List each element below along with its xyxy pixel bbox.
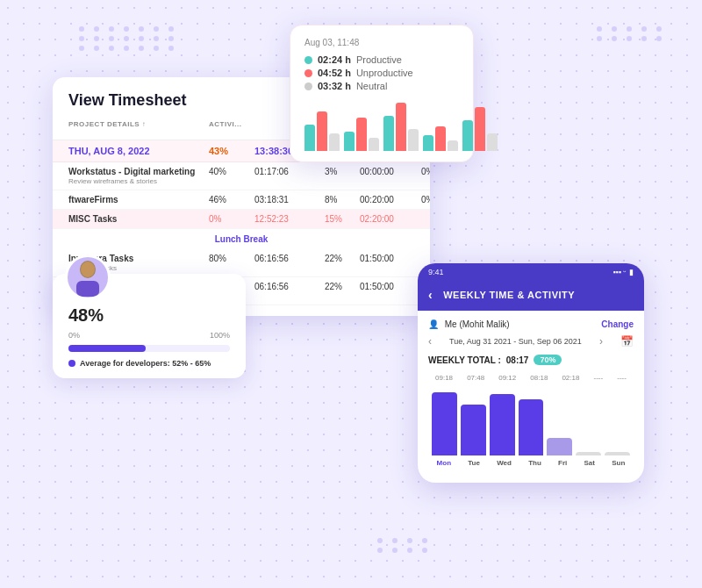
mobile-prev-icon[interactable]: ‹ [428,335,432,348]
neutral-dot [304,82,312,90]
bar-teal-1 [304,125,315,151]
bar-red-3 [396,103,406,151]
section-lunch: Lunch Break [53,229,430,249]
task-sub-1: Review wireframes & stories [68,177,209,185]
unproductive-dot [304,69,312,77]
task-time-misc: 12:52:23 [254,214,325,224]
avg-dot-icon [68,360,75,367]
bar-sun [605,452,630,455]
bar-red-1 [317,111,327,151]
mobile-weekly-card: 9:41 ▪▪▪ ᵕ ▮ ‹ WEEKLY TIME & ACTIVITY 👤 … [418,263,644,483]
mobile-icons: ▪▪▪ ᵕ ▮ [612,268,634,276]
bar-teal-2 [344,132,355,151]
task-pct-2: 46% [209,195,254,204]
bar-val-sat: ---- [594,374,604,382]
bar-val-mon: 09:18 [435,374,453,382]
productive-value: 02:24 h [318,54,351,65]
weekly-badge: 70% [534,355,562,365]
task-p2-px: 22% [325,282,360,300]
svg-rect-1 [76,281,99,297]
task-time-px: 06:16:56 [254,282,325,300]
weekly-total-label: WEEKLY TOTAL : [428,355,501,365]
task-p3-2: 0% [421,195,430,204]
task-label-misc: MISC Tasks [68,214,209,224]
mobile-time: 9:41 [428,268,444,276]
bar-group-2 [344,118,379,151]
task-pct-misc: 0% [209,214,254,224]
bar-sat [576,452,601,455]
task-label-2: ftwareFirms [68,195,209,204]
col-project: PROJECT DETAILS ↑ [68,120,209,136]
bar-fri [547,438,572,455]
mobile-next-icon[interactable]: › [599,335,603,348]
weekly-total-value: 08:17 [506,355,529,365]
task-p3-misc [421,214,430,224]
mobile-user-info: 👤 Me (Mohit Malik) [428,319,510,329]
mobile-weekly-total-row: WEEKLY TOTAL : 08:17 70% [428,355,634,365]
productivity-chart-card: Aug 03, 11:48 02:24 h Productive 04:52 h… [290,25,474,162]
table-row: ftwareFirms 46% 03:18:31 8% 00:20:00 0% … [53,190,430,210]
bar-group-5 [462,107,498,151]
day-sat: Sat [584,459,595,467]
col-active: ACTIVI... [209,120,254,136]
task-time-2: 03:18:31 [254,195,325,204]
mobile-user-row: 👤 Me (Mohit Malik) Change [428,319,634,329]
task-t2-2: 00:20:00 [360,195,421,204]
avatar-percentage: 48% [68,305,230,326]
task-p2-misc: 15% [325,214,360,224]
mobile-change-button[interactable]: Change [601,319,634,329]
bar-val-wed: 09:12 [498,374,516,382]
progress-bar-fill [68,345,146,352]
unproductive-label: Unproductive [356,68,413,78]
productive-legend: 02:24 h Productive [304,54,459,65]
day-sun: Sun [612,459,625,467]
productive-label: Productive [356,54,402,65]
task-p2-1: 3% [325,167,360,185]
table-row-misc: MISC Tasks 0% 12:52:23 15% 02:20:00 [53,210,430,229]
mobile-body: 👤 Me (Mohit Malik) Change ‹ Tue, Aug 31 … [418,311,644,483]
table-row: Workstatus - Digital marketing Review wi… [53,162,430,190]
avatar-image [71,258,104,297]
neutral-value: 03:32 h [318,81,351,91]
bar-mon [432,392,457,455]
day-active-pct: 43% [209,146,254,156]
unproductive-legend: 04:52 h Unproductive [304,68,459,78]
mobile-date-row: ‹ Tue, Aug 31 2021 - Sun, Sep 06 2021 › … [428,335,634,348]
avg-note: Average for developers: 52% - 65% [68,359,230,368]
productive-dot [304,56,312,64]
day-fri: Fri [558,459,567,467]
bar-tue [461,405,486,455]
bar-group-1 [304,111,340,151]
svg-point-2 [81,262,95,277]
bar-val-fri: 02:18 [562,374,579,382]
mobile-bar-chart: 09:18 07:48 09:12 08:18 02:18 ---- ---- … [428,374,634,474]
bar-red-4 [435,126,446,151]
bar-val-thu: 08:18 [530,374,548,382]
bar-val-tue: 07:48 [467,374,484,382]
bar-gray-4 [448,140,458,151]
mobile-statusbar: 9:41 ▪▪▪ ᵕ ▮ [418,263,644,281]
progress-min: 0% [68,331,80,340]
bar-group-4 [423,126,458,151]
progress-bar-container [68,345,230,352]
day-date: THU, AUG 8, 2022 [68,146,209,156]
neutral-label: Neutral [356,81,387,91]
bar-gray-3 [408,129,419,151]
task-time-inv: 06:16:56 [254,254,325,272]
task-pct-inv: 80% [209,254,254,272]
deco-dots-3 [377,538,433,553]
mobile-header-title: WEEKLY TIME & ACTIVITY [443,290,575,300]
bar-teal-3 [383,116,394,151]
task-p3-1: 0% [421,167,430,185]
bar-gray-5 [487,133,498,151]
day-tue: Tue [468,459,480,467]
calendar-icon[interactable]: 📅 [620,335,634,348]
mobile-back-icon[interactable]: ‹ [428,288,433,302]
bar-thu [519,399,544,455]
mini-bar-chart [304,98,459,151]
avg-note-text: Average for developers: 52% - 65% [80,359,211,368]
mobile-username: Me (Mohit Malik) [445,319,510,329]
task-t2-1: 00:00:00 [360,167,421,185]
task-p2-inv: 22% [325,254,360,272]
task-name-1: Workstatus - Digital marketing [68,167,209,176]
